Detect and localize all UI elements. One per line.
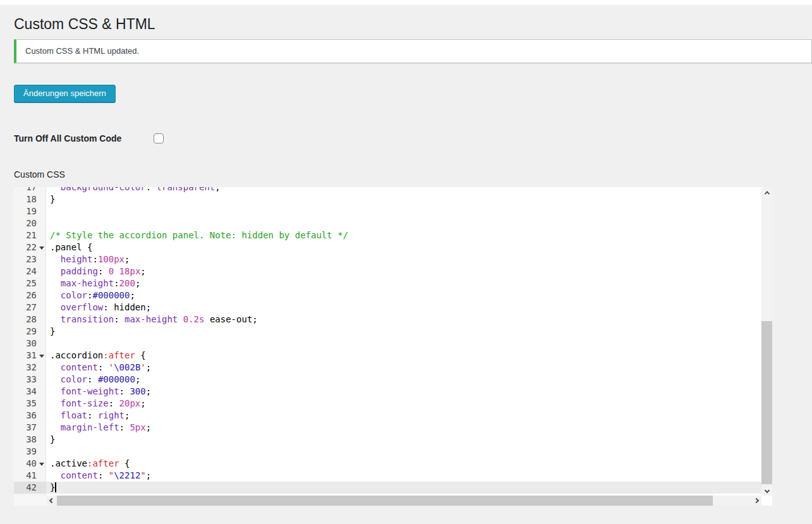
code-text[interactable]: [46, 446, 761, 458]
code-text[interactable]: [46, 217, 761, 229]
code-text[interactable]: color:#000000;: [46, 289, 761, 302]
turn-off-custom-code-label: Turn Off All Custom Code: [14, 133, 154, 143]
fold-arrow-icon[interactable]: [39, 247, 44, 250]
code-text[interactable]: color: #000000;: [46, 374, 761, 386]
code-line[interactable]: 32 content: '\002B';: [14, 362, 761, 374]
line-number: 31: [14, 350, 46, 362]
scrollbar-corner: [761, 496, 772, 506]
scroll-left-button[interactable]: [47, 496, 57, 506]
top-strip: [0, 0, 812, 5]
fold-arrow-icon[interactable]: [39, 463, 44, 466]
code-text[interactable]: transition: max-height 0.2s ease-out;: [46, 314, 761, 326]
line-number: 27: [14, 302, 46, 314]
line-number: 19: [14, 205, 46, 217]
code-text[interactable]: }: [46, 193, 761, 205]
code-text[interactable]: }: [46, 326, 761, 338]
line-number: 21: [14, 229, 46, 241]
save-changes-button[interactable]: Änderungen speichern: [14, 85, 116, 102]
turn-off-custom-code-row: Turn Off All Custom Code: [14, 133, 812, 143]
line-number: 24: [14, 265, 46, 277]
page-title: Custom CSS & HTML: [0, 5, 812, 33]
horizontal-scrollbar[interactable]: [47, 496, 761, 506]
chevron-right-icon: [754, 498, 759, 503]
horizontal-scrollbar-thumb[interactable]: [57, 496, 713, 506]
code-line[interactable]: 23 height:100px;: [14, 253, 761, 265]
line-number: 25: [14, 277, 46, 289]
code-line[interactable]: 17 background-color: transparent;: [14, 187, 761, 193]
code-text[interactable]: .panel {: [46, 241, 761, 253]
code-line[interactable]: 34 font-weight: 300;: [14, 386, 761, 398]
code-line[interactable]: 27 overflow: hidden;: [14, 302, 761, 314]
code-line[interactable]: 25 max-height:200;: [14, 277, 761, 289]
line-number: 29: [14, 326, 46, 338]
code-text[interactable]: content: "\2212";: [46, 470, 761, 482]
code-line[interactable]: 39: [14, 446, 761, 458]
line-number: 20: [14, 217, 46, 229]
code-text[interactable]: .active:after {: [46, 458, 761, 470]
code-line[interactable]: 30: [14, 338, 761, 350]
code-text[interactable]: [46, 338, 761, 350]
line-number: 39: [14, 446, 46, 458]
fold-arrow-icon[interactable]: [39, 355, 44, 358]
code-text[interactable]: .accordion:after {: [46, 350, 761, 362]
css-code-editor[interactable]: 17 background-color: transparent;18}1920…: [14, 187, 772, 506]
code-text[interactable]: padding: 0 18px;: [46, 265, 761, 277]
scroll-right-button[interactable]: [751, 496, 761, 506]
code-line[interactable]: 40.active:after {: [14, 458, 761, 470]
code-line[interactable]: 31.accordion:after {: [14, 350, 761, 362]
code-line[interactable]: 20: [14, 217, 761, 229]
code-line[interactable]: 38}: [14, 434, 761, 446]
chevron-down-icon: [764, 487, 769, 492]
code-text[interactable]: max-height:200;: [46, 277, 761, 289]
code-text[interactable]: background-color: transparent;: [46, 187, 761, 193]
code-text[interactable]: overflow: hidden;: [46, 302, 761, 314]
line-number: 30: [14, 338, 46, 350]
code-lines: 17 background-color: transparent;18}1920…: [14, 187, 761, 494]
line-number: 37: [14, 422, 46, 434]
code-line[interactable]: 19: [14, 205, 761, 217]
code-line[interactable]: 33 color: #000000;: [14, 374, 761, 386]
scroll-up-button[interactable]: [761, 187, 772, 198]
code-text[interactable]: font-weight: 300;: [46, 386, 761, 398]
vertical-scrollbar-thumb[interactable]: [761, 321, 772, 484]
code-text[interactable]: /* Style the accordion panel. Note: hidd…: [46, 229, 761, 241]
code-text[interactable]: }: [46, 482, 761, 494]
code-text[interactable]: [46, 205, 761, 217]
line-number: 34: [14, 386, 46, 398]
code-line[interactable]: 24 padding: 0 18px;: [14, 265, 761, 277]
code-line[interactable]: 22.panel {: [14, 241, 761, 253]
success-notice: Custom CSS & HTML updated.: [14, 39, 812, 63]
code-text[interactable]: }: [46, 434, 761, 446]
text-cursor: [55, 482, 56, 492]
notice-message: Custom CSS & HTML updated.: [25, 46, 139, 56]
code-text[interactable]: margin-left: 5px;: [46, 422, 761, 434]
code-text[interactable]: content: '\002B';: [46, 362, 761, 374]
line-number: 26: [14, 289, 46, 302]
code-line[interactable]: 42}: [14, 482, 761, 494]
horizontal-scrollbar-row: [14, 496, 772, 506]
code-line[interactable]: 21/* Style the accordion panel. Note: hi…: [14, 229, 761, 241]
code-line[interactable]: 36 float: right;: [14, 410, 761, 422]
vertical-scrollbar[interactable]: [761, 187, 772, 496]
code-line[interactable]: 41 content: "\2212";: [14, 470, 761, 482]
code-line[interactable]: 18}: [14, 193, 761, 205]
line-number: 35: [14, 398, 46, 410]
code-line[interactable]: 26 color:#000000;: [14, 289, 761, 302]
code-text[interactable]: font-size: 20px;: [46, 398, 761, 410]
line-number: 28: [14, 314, 46, 326]
scroll-down-button[interactable]: [761, 485, 772, 496]
code-line[interactable]: 28 transition: max-height 0.2s ease-out;: [14, 314, 761, 326]
code-text[interactable]: height:100px;: [46, 253, 761, 265]
code-line[interactable]: 37 margin-left: 5px;: [14, 422, 761, 434]
code-text[interactable]: float: right;: [46, 410, 761, 422]
turn-off-custom-code-checkbox[interactable]: [154, 133, 164, 143]
line-number: 40: [14, 458, 46, 470]
code-line[interactable]: 35 font-size: 20px;: [14, 398, 761, 410]
custom-css-label: Custom CSS: [14, 170, 812, 180]
editor-viewport[interactable]: 17 background-color: transparent;18}1920…: [14, 187, 761, 496]
line-number: 36: [14, 410, 46, 422]
code-line[interactable]: 29}: [14, 326, 761, 338]
line-number: 33: [14, 374, 46, 386]
line-number: 23: [14, 253, 46, 265]
line-number: 41: [14, 470, 46, 482]
